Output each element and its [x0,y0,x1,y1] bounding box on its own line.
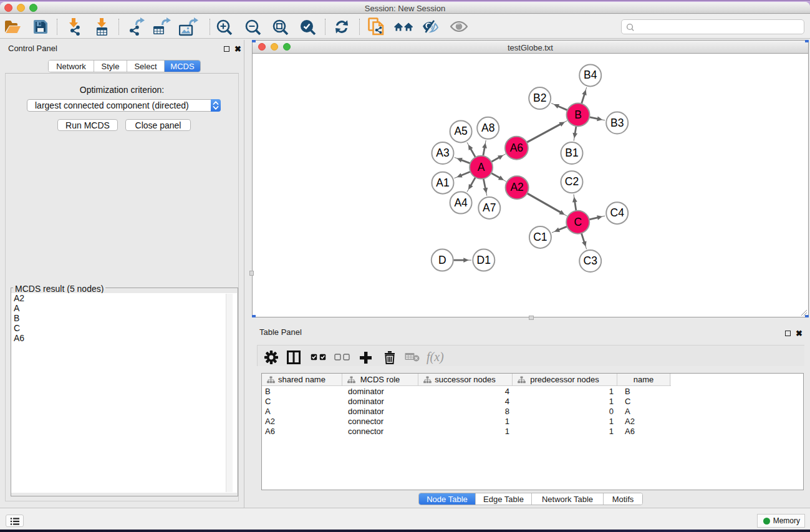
svg-text:B1: B1 [565,147,578,159]
svg-text:D: D [438,254,446,266]
svg-text:A6: A6 [510,142,523,154]
svg-text:B4: B4 [584,69,597,81]
svg-text:C: C [574,216,582,228]
svg-text:A2: A2 [510,181,523,193]
svg-text:A4: A4 [454,196,468,209]
svg-text:A7: A7 [483,201,496,214]
svg-text:C4: C4 [610,206,625,219]
svg-text:A5: A5 [454,125,467,137]
svg-text:A1: A1 [436,177,449,189]
svg-text:D1: D1 [477,254,491,266]
svg-text:B: B [574,109,582,121]
svg-text:A: A [478,161,485,173]
svg-text:B3: B3 [610,117,624,129]
svg-text:B2: B2 [533,92,546,104]
svg-text:A8: A8 [481,122,494,134]
svg-text:A3: A3 [436,147,449,159]
svg-text:C1: C1 [533,231,547,243]
svg-text:C2: C2 [565,175,579,188]
svg-text:C3: C3 [584,254,597,267]
